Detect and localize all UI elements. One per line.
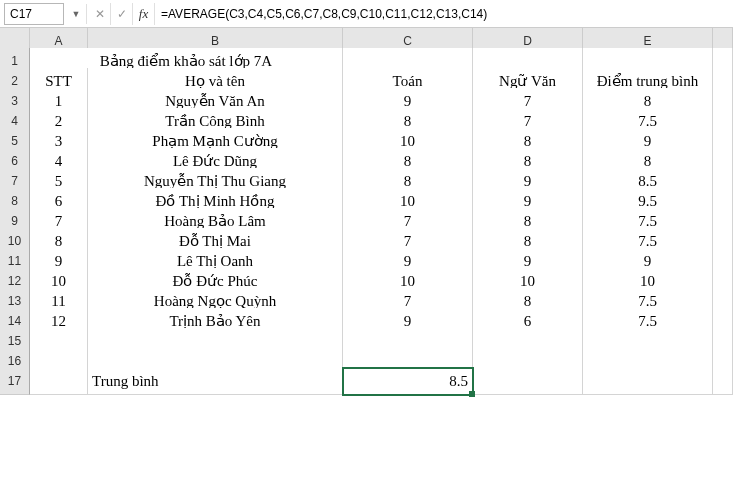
cell-A17[interactable] (30, 368, 88, 395)
row-header-17[interactable]: 17 (0, 368, 30, 395)
spreadsheet-grid[interactable]: ABCDE1Bảng điểm khảo sát lớp 7A2STTHọ và… (0, 28, 733, 388)
cell-F17[interactable] (713, 368, 733, 395)
name-box-dropdown-icon[interactable]: ▼ (68, 9, 84, 19)
cell-C17[interactable]: 8.5 (343, 368, 473, 395)
formula-input[interactable]: =AVERAGE(C3,C4,C5,C6,C7,C8,C9,C10,C11,C1… (155, 3, 733, 25)
name-box[interactable]: C17 (4, 3, 64, 25)
formula-text: =AVERAGE(C3,C4,C5,C6,C7,C8,C9,C10,C11,C1… (161, 7, 487, 21)
cancel-icon[interactable]: ✕ (89, 3, 111, 25)
formula-bar: C17 ▼ ✕ ✓ fx =AVERAGE(C3,C4,C5,C6,C7,C8,… (0, 0, 733, 28)
separator (86, 4, 87, 24)
name-box-value: C17 (10, 7, 32, 21)
cell-E17[interactable] (583, 368, 713, 395)
fx-icon[interactable]: fx (133, 3, 155, 25)
check-icon[interactable]: ✓ (111, 3, 133, 25)
footer-label[interactable]: Trung bình (88, 368, 343, 395)
cell-D17[interactable] (473, 368, 583, 395)
